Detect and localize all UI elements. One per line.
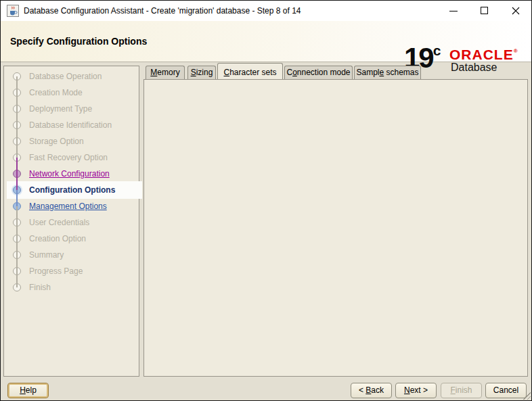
close-button[interactable] xyxy=(500,1,531,20)
minimize-icon xyxy=(449,11,458,11)
tab-character-sets[interactable]: Character sets xyxy=(217,63,283,79)
tab-memory[interactable]: Memory xyxy=(146,66,185,79)
sidebar-item-progress-page: Progress Page xyxy=(7,263,141,279)
java-coffee-cup-icon xyxy=(7,5,19,17)
window-title: Database Configuration Assistant - Creat… xyxy=(24,1,301,21)
wizard-header: Specify Configuration Options 19c ORACLE… xyxy=(1,21,531,62)
maximize-icon xyxy=(481,7,488,14)
sidebar-item-summary: Summary xyxy=(7,247,141,263)
tab-connection-mode[interactable]: Connection mode xyxy=(284,66,353,79)
back-button[interactable]: < Back xyxy=(351,383,392,398)
sidebar-item-creation-mode: Creation Mode xyxy=(7,85,141,101)
sidebar-item-finish: Finish xyxy=(7,279,141,296)
sidebar-item-deployment-type: Deployment Type xyxy=(7,101,141,117)
finish-button: Finish xyxy=(441,383,482,398)
steps-connector-visited xyxy=(16,158,18,190)
oracle-brand-logo: ORACLE® xyxy=(449,47,518,62)
cancel-button[interactable]: Cancel xyxy=(485,383,527,398)
page-title: Specify Configuration Options xyxy=(10,36,147,47)
sidebar-item-management-options[interactable]: Management Options xyxy=(7,198,141,214)
sidebar-item-database-operation: Database Operation xyxy=(7,68,141,85)
oracle-product-label: Database xyxy=(451,62,497,73)
character-sets-panel xyxy=(143,79,528,377)
next-button[interactable]: Next > xyxy=(395,383,437,398)
sidebar-item-fast-recovery-option: Fast Recovery Option xyxy=(7,149,141,166)
steps-sidebar: Database Operation Creation Mode Deploym… xyxy=(3,66,139,377)
tab-sample-schemas[interactable]: Sample schemas xyxy=(354,66,421,79)
sidebar-item-user-credentials: User Credentials xyxy=(7,214,141,231)
sidebar-item-creation-option: Creation Option xyxy=(7,231,141,247)
minimize-button[interactable] xyxy=(438,1,469,20)
sidebar-item-configuration-options: Configuration Options xyxy=(7,182,141,198)
tab-sizing[interactable]: Sizing xyxy=(187,66,216,79)
sidebar-item-network-configuration[interactable]: Network Configuration xyxy=(7,166,141,182)
sidebar-item-database-identification: Database Identification xyxy=(7,117,141,133)
sidebar-item-storage-option: Storage Option xyxy=(7,133,141,149)
help-button[interactable]: Help xyxy=(7,383,49,398)
steps-connector-active xyxy=(16,190,18,206)
close-icon xyxy=(512,7,520,15)
dbca-window: Database Configuration Assistant - Creat… xyxy=(0,0,532,401)
title-bar[interactable]: Database Configuration Assistant - Creat… xyxy=(1,1,531,21)
maximize-button[interactable] xyxy=(469,1,500,20)
